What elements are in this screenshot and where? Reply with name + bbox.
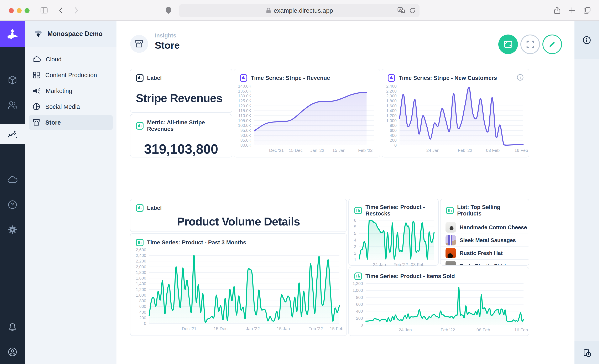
svg-text:1,600: 1,600 [386,104,397,108]
sidebar-item-cloud[interactable]: Cloud [29,52,113,67]
svg-text:85.0K: 85.0K [240,138,251,142]
list-item[interactable]: Tasty Plastic Shirt [441,259,529,266]
module-content-icon[interactable] [0,70,25,90]
info-icon[interactable] [516,74,524,81]
svg-text:2,200: 2,200 [136,259,146,263]
module-help-icon[interactable]: ? [0,195,25,215]
sidebar-item-label: Content Production [45,72,97,79]
svg-text:08 Feb: 08 Feb [486,148,500,153]
module-settings-icon[interactable] [0,220,25,240]
toolbar [498,35,562,54]
svg-text:125.0K: 125.0K [238,98,251,103]
tab-overview-icon[interactable] [582,6,592,15]
list-item[interactable]: Rustic Fresh Hat [441,247,529,259]
svg-text:15 Feb: 15 Feb [330,326,344,331]
panel-restocks: Time Series: Product - Restocks 65543212… [348,199,439,266]
product-name: Tasty Plastic Shirt [460,263,506,266]
svg-text:135.0K: 135.0K [238,89,251,93]
shield-icon[interactable] [164,6,173,15]
window-close-button[interactable] [9,8,14,13]
label-text: Stripe Revenues [130,82,232,105]
svg-text:A: A [399,8,401,11]
svg-text:1,200: 1,200 [136,287,146,292]
activity-log-icon[interactable] [574,341,599,364]
sidebar-item-label: Social Media [45,103,80,110]
svg-text:2,600: 2,600 [136,248,146,252]
address-bar[interactable]: example.directus.app A [179,4,420,17]
svg-text:800: 800 [139,299,146,303]
product-thumbnail [446,261,456,266]
svg-text:140.0K: 140.0K [238,84,251,89]
window-minimize-button[interactable] [17,8,22,13]
svg-text:15 Jan: 15 Jan [277,326,290,331]
project-switcher[interactable]: Monospace Demo [25,21,116,47]
svg-text:1,200: 1,200 [386,113,397,118]
panel-past-3-months: Time Series: Product - Past 3 Months 2,6… [130,233,347,336]
panel-icon-purple [240,74,247,82]
panel-title: Time Series: Stripe - Revenue [251,75,330,81]
edit-dashboard-button[interactable] [542,35,562,54]
sidebar-toggle-icon[interactable] [40,6,49,15]
svg-text:2,000: 2,000 [136,265,146,269]
svg-text:24 Jan: 24 Jan [399,327,412,332]
fullscreen-button[interactable] [520,35,540,54]
svg-text:16 Feb: 16 Feb [514,327,528,332]
panel-icon-green [136,239,144,247]
page-icon-storefront [130,35,148,53]
module-cloud-icon[interactable] [0,170,25,190]
panel-title: Label [147,75,162,81]
svg-text:90.0K: 90.0K [240,133,251,138]
svg-text:Feb '22: Feb '22 [458,148,472,153]
module-insights-icon[interactable] [0,124,25,144]
svg-text:800: 800 [390,123,397,128]
zoom-to-fit-button[interactable] [498,35,518,54]
sidebar-item-label: Cloud [46,56,62,63]
svg-text:95.0K: 95.0K [240,128,251,133]
svg-text:?: ? [11,202,14,207]
notifications-bell-icon[interactable] [0,317,25,337]
svg-text:80.0K: 80.0K [240,143,251,147]
user-avatar[interactable] [0,342,25,362]
svg-text:600: 600 [356,302,363,307]
page-title: Store [155,40,180,51]
svg-text:3: 3 [354,244,356,249]
svg-text:1,800: 1,800 [386,98,397,103]
breadcrumb[interactable]: Insights [155,32,176,39]
list-item[interactable]: Sleek Metal Sausages [441,234,529,247]
svg-text:400: 400 [139,310,146,314]
project-signal-icon [34,29,43,38]
sidebar-item-marketing[interactable]: Marketing [29,84,113,98]
svg-text:Dec '21: Dec '21 [269,148,284,153]
share-icon[interactable] [553,6,562,15]
svg-text:2: 2 [354,251,356,255]
directus-logo[interactable] [0,21,25,47]
product-thumbnail [446,222,456,232]
sidebar-item-content-production[interactable]: Content Production [29,68,113,82]
svg-text:15 Dec: 15 Dec [214,326,228,331]
back-icon[interactable] [57,6,66,15]
lock-icon [266,8,271,14]
forward-icon[interactable] [71,6,81,15]
window-zoom-button[interactable] [25,8,29,13]
translate-icon[interactable]: A [397,7,406,15]
sidebar-item-store[interactable]: Store [29,115,113,130]
list-item[interactable]: Handmade Cotton Cheese [441,221,529,234]
pie-icon [32,103,40,111]
info-sidebar-toggle[interactable] [574,21,599,59]
panel-title: Time Series: Product - Past 3 Months [147,240,246,246]
new-tab-icon[interactable] [567,6,577,15]
panel-title: Time Series: Stripe - New Customers [399,75,497,81]
cloud-icon [32,56,41,62]
product-name: Handmade Cotton Cheese [460,224,527,231]
svg-text:08 Feb: 08 Feb [411,262,424,267]
module-users-icon[interactable] [0,95,25,115]
svg-text:600: 600 [390,128,397,133]
svg-text:600: 600 [139,304,146,309]
sidebar-item-social-media[interactable]: Social Media [29,99,113,114]
panel-items-sold: Time Series: Product - Items Sold 1,2001… [348,267,529,336]
panel-icon-purple [388,74,395,82]
svg-text:Feb '22: Feb '22 [358,148,372,153]
svg-text:1,400: 1,400 [386,108,397,113]
reload-icon[interactable] [409,7,416,14]
svg-text:5: 5 [354,225,356,229]
